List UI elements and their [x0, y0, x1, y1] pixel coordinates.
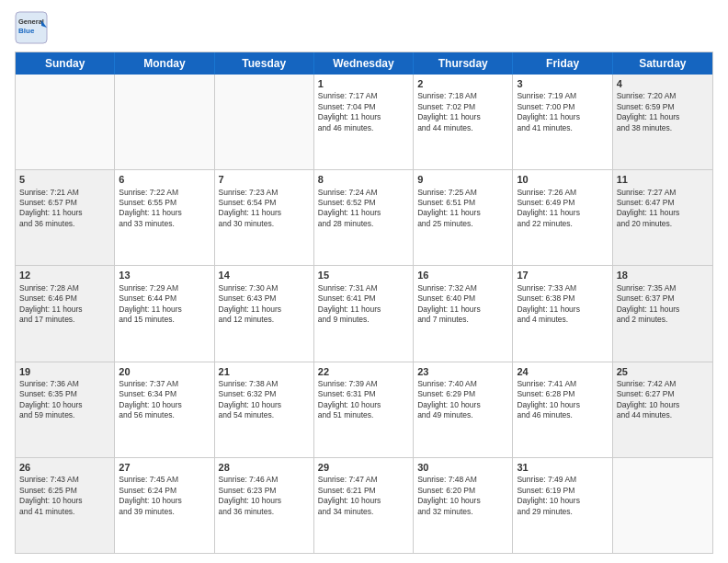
calendar-empty-cell	[115, 75, 214, 169]
calendar-day-20: 20Sunrise: 7:37 AM Sunset: 6:34 PM Dayli…	[115, 362, 214, 457]
day-info: Sunrise: 7:37 AM Sunset: 6:34 PM Dayligh…	[119, 379, 210, 421]
day-info: Sunrise: 7:22 AM Sunset: 6:55 PM Dayligh…	[119, 188, 210, 230]
calendar-day-23: 23Sunrise: 7:40 AM Sunset: 6:29 PM Dayli…	[414, 362, 513, 457]
calendar-empty-cell	[613, 458, 712, 553]
page: General Blue SundayMondayTuesdayWednesda…	[0, 0, 728, 563]
svg-text:Blue: Blue	[18, 27, 35, 35]
day-number: 4	[617, 77, 709, 90]
header-day-sunday: Sunday	[16, 52, 115, 75]
day-number: 20	[119, 365, 210, 378]
day-info: Sunrise: 7:23 AM Sunset: 6:54 PM Dayligh…	[219, 188, 310, 230]
calendar-day-1: 1Sunrise: 7:17 AM Sunset: 7:04 PM Daylig…	[314, 75, 414, 169]
calendar-day-31: 31Sunrise: 7:49 AM Sunset: 6:19 PM Dayli…	[513, 458, 612, 553]
header-day-thursday: Thursday	[414, 52, 513, 75]
header-day-saturday: Saturday	[613, 52, 712, 75]
day-number: 22	[318, 365, 409, 378]
logo-svg: General Blue	[15, 11, 48, 44]
calendar-week-1: 1Sunrise: 7:17 AM Sunset: 7:04 PM Daylig…	[16, 75, 712, 170]
day-number: 13	[119, 269, 210, 282]
day-number: 18	[617, 269, 709, 282]
day-number: 23	[417, 365, 508, 378]
calendar-day-12: 12Sunrise: 7:28 AM Sunset: 6:46 PM Dayli…	[16, 266, 115, 361]
calendar-day-22: 22Sunrise: 7:39 AM Sunset: 6:31 PM Dayli…	[314, 362, 414, 457]
day-info: Sunrise: 7:36 AM Sunset: 6:35 PM Dayligh…	[19, 379, 110, 421]
day-info: Sunrise: 7:27 AM Sunset: 6:47 PM Dayligh…	[617, 188, 709, 230]
day-number: 16	[417, 269, 508, 282]
svg-text:General: General	[18, 17, 44, 26]
day-number: 12	[19, 269, 110, 282]
calendar-day-30: 30Sunrise: 7:48 AM Sunset: 6:20 PM Dayli…	[414, 458, 513, 553]
calendar-day-5: 5Sunrise: 7:21 AM Sunset: 6:57 PM Daylig…	[16, 170, 115, 265]
day-info: Sunrise: 7:41 AM Sunset: 6:28 PM Dayligh…	[517, 379, 608, 421]
day-info: Sunrise: 7:47 AM Sunset: 6:21 PM Dayligh…	[318, 475, 409, 517]
day-number: 17	[517, 269, 608, 282]
day-info: Sunrise: 7:19 AM Sunset: 7:00 PM Dayligh…	[517, 91, 608, 133]
day-info: Sunrise: 7:32 AM Sunset: 6:40 PM Dayligh…	[417, 283, 508, 326]
calendar-day-28: 28Sunrise: 7:46 AM Sunset: 6:23 PM Dayli…	[215, 458, 314, 553]
calendar-empty-cell	[16, 75, 115, 169]
day-info: Sunrise: 7:18 AM Sunset: 7:02 PM Dayligh…	[417, 91, 508, 133]
day-info: Sunrise: 7:48 AM Sunset: 6:20 PM Dayligh…	[417, 475, 508, 517]
header-day-friday: Friday	[513, 52, 612, 75]
day-info: Sunrise: 7:24 AM Sunset: 6:52 PM Dayligh…	[318, 188, 409, 230]
day-number: 24	[517, 365, 608, 378]
day-number: 25	[617, 365, 709, 378]
calendar-day-21: 21Sunrise: 7:38 AM Sunset: 6:32 PM Dayli…	[215, 362, 314, 457]
day-number: 8	[318, 173, 409, 186]
calendar-day-24: 24Sunrise: 7:41 AM Sunset: 6:28 PM Dayli…	[513, 362, 612, 457]
calendar-week-5: 26Sunrise: 7:43 AM Sunset: 6:25 PM Dayli…	[16, 458, 712, 553]
day-info: Sunrise: 7:35 AM Sunset: 6:37 PM Dayligh…	[617, 283, 709, 326]
day-info: Sunrise: 7:28 AM Sunset: 6:46 PM Dayligh…	[19, 283, 110, 326]
day-info: Sunrise: 7:49 AM Sunset: 6:19 PM Dayligh…	[517, 475, 608, 517]
day-info: Sunrise: 7:20 AM Sunset: 6:59 PM Dayligh…	[617, 91, 709, 133]
day-number: 26	[19, 461, 110, 474]
calendar-day-25: 25Sunrise: 7:42 AM Sunset: 6:27 PM Dayli…	[613, 362, 712, 457]
day-number: 11	[617, 173, 709, 186]
calendar-day-27: 27Sunrise: 7:45 AM Sunset: 6:24 PM Dayli…	[115, 458, 214, 553]
day-info: Sunrise: 7:21 AM Sunset: 6:57 PM Dayligh…	[19, 188, 110, 230]
calendar-day-18: 18Sunrise: 7:35 AM Sunset: 6:37 PM Dayli…	[613, 266, 712, 361]
calendar-header-row: SundayMondayTuesdayWednesdayThursdayFrid…	[16, 52, 712, 75]
day-info: Sunrise: 7:17 AM Sunset: 7:04 PM Dayligh…	[318, 91, 409, 133]
day-number: 28	[219, 461, 310, 474]
day-info: Sunrise: 7:33 AM Sunset: 6:38 PM Dayligh…	[517, 283, 608, 326]
calendar-empty-cell	[215, 75, 314, 169]
calendar-day-26: 26Sunrise: 7:43 AM Sunset: 6:25 PM Dayli…	[16, 458, 115, 553]
calendar-day-2: 2Sunrise: 7:18 AM Sunset: 7:02 PM Daylig…	[414, 75, 513, 169]
day-info: Sunrise: 7:25 AM Sunset: 6:51 PM Dayligh…	[417, 188, 508, 230]
day-info: Sunrise: 7:31 AM Sunset: 6:41 PM Dayligh…	[318, 283, 409, 326]
day-number: 9	[417, 173, 508, 186]
day-number: 27	[119, 461, 210, 474]
calendar-day-4: 4Sunrise: 7:20 AM Sunset: 6:59 PM Daylig…	[613, 75, 712, 169]
day-number: 2	[417, 77, 508, 90]
calendar-day-6: 6Sunrise: 7:22 AM Sunset: 6:55 PM Daylig…	[115, 170, 214, 265]
day-number: 19	[19, 365, 110, 378]
day-info: Sunrise: 7:39 AM Sunset: 6:31 PM Dayligh…	[318, 379, 409, 421]
calendar-day-8: 8Sunrise: 7:24 AM Sunset: 6:52 PM Daylig…	[314, 170, 414, 265]
calendar-day-3: 3Sunrise: 7:19 AM Sunset: 7:00 PM Daylig…	[513, 75, 612, 169]
calendar-day-7: 7Sunrise: 7:23 AM Sunset: 6:54 PM Daylig…	[215, 170, 314, 265]
logo: General Blue	[15, 11, 48, 44]
day-number: 31	[517, 461, 608, 474]
calendar-body: 1Sunrise: 7:17 AM Sunset: 7:04 PM Daylig…	[16, 75, 712, 553]
day-info: Sunrise: 7:43 AM Sunset: 6:25 PM Dayligh…	[19, 475, 110, 517]
calendar-day-17: 17Sunrise: 7:33 AM Sunset: 6:38 PM Dayli…	[513, 266, 612, 361]
day-number: 21	[219, 365, 310, 378]
calendar-week-2: 5Sunrise: 7:21 AM Sunset: 6:57 PM Daylig…	[16, 170, 712, 266]
day-number: 10	[517, 173, 608, 186]
day-number: 1	[318, 77, 409, 90]
day-info: Sunrise: 7:46 AM Sunset: 6:23 PM Dayligh…	[219, 475, 310, 517]
calendar-day-15: 15Sunrise: 7:31 AM Sunset: 6:41 PM Dayli…	[314, 266, 414, 361]
calendar-day-9: 9Sunrise: 7:25 AM Sunset: 6:51 PM Daylig…	[414, 170, 513, 265]
day-number: 7	[219, 173, 310, 186]
day-number: 14	[219, 269, 310, 282]
calendar-day-13: 13Sunrise: 7:29 AM Sunset: 6:44 PM Dayli…	[115, 266, 214, 361]
calendar-week-3: 12Sunrise: 7:28 AM Sunset: 6:46 PM Dayli…	[16, 266, 712, 362]
day-info: Sunrise: 7:38 AM Sunset: 6:32 PM Dayligh…	[219, 379, 310, 421]
calendar-day-29: 29Sunrise: 7:47 AM Sunset: 6:21 PM Dayli…	[314, 458, 414, 553]
day-info: Sunrise: 7:30 AM Sunset: 6:43 PM Dayligh…	[219, 283, 310, 326]
day-number: 6	[119, 173, 210, 186]
calendar-week-4: 19Sunrise: 7:36 AM Sunset: 6:35 PM Dayli…	[16, 362, 712, 458]
calendar-day-14: 14Sunrise: 7:30 AM Sunset: 6:43 PM Dayli…	[215, 266, 314, 361]
day-info: Sunrise: 7:45 AM Sunset: 6:24 PM Dayligh…	[119, 475, 210, 517]
